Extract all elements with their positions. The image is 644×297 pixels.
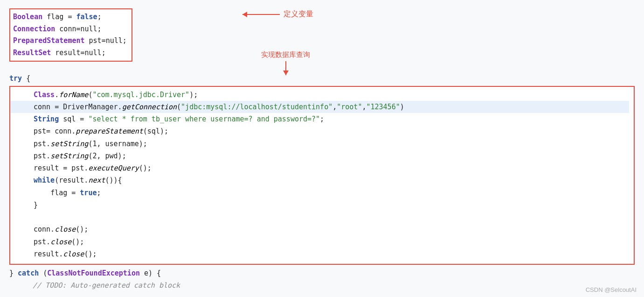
catch-line: } catch (ClassNotFoundException e) { (9, 268, 635, 280)
arrow-left-icon (242, 14, 280, 15)
try-line: try { (9, 73, 635, 85)
comment-line: // TODO: Auto-generated catch block (33, 280, 635, 292)
var-annotation-label: 定义变量 (284, 9, 313, 19)
try-inner-block: Class.forName("com.mysql.jdbc.Driver"); … (9, 86, 635, 265)
db-annotation: 实现数据库查询 (261, 50, 310, 75)
watermark: CSDN @SelcoutAI (586, 286, 637, 293)
code-container: Boolean flag = false; Connection conn=nu… (0, 0, 644, 297)
arrow-down-icon (285, 61, 286, 75)
var-annotation: 定义变量 (242, 9, 313, 19)
db-annotation-label: 实现数据库查询 (261, 50, 310, 59)
var-definition-block: Boolean flag = false; Connection conn=nu… (9, 8, 132, 62)
